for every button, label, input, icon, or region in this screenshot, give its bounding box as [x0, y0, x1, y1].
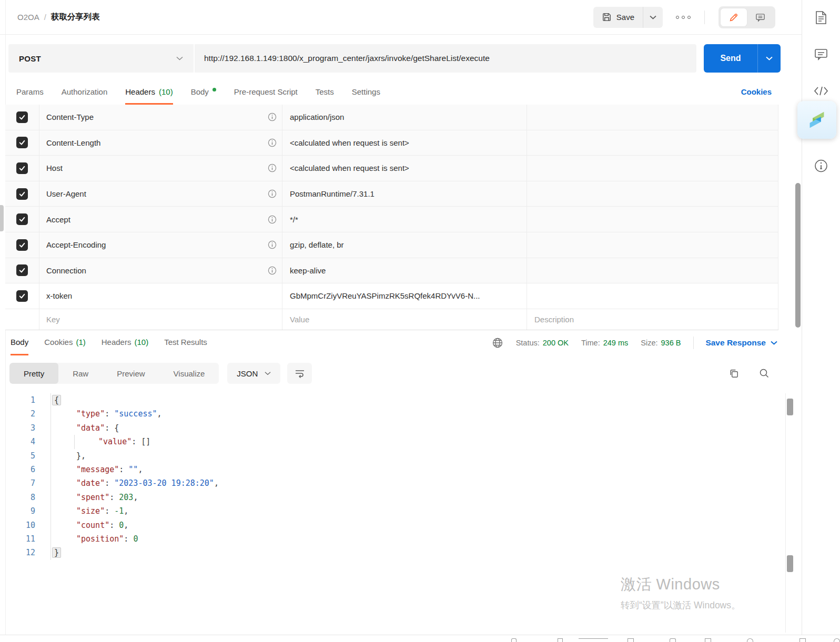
header-description-cell[interactable]	[527, 283, 778, 309]
header-checkbox-cell	[5, 232, 39, 258]
header-value-cell[interactable]: application/json	[282, 105, 527, 130]
header-description-cell[interactable]	[527, 232, 778, 258]
header-value-cell[interactable]: keep-alive	[282, 258, 527, 283]
info-icon	[268, 113, 277, 121]
method-select[interactable]: POST	[8, 44, 194, 73]
response-scrollbar-thumb[interactable]	[787, 399, 793, 415]
bottom-status-bar	[0, 635, 840, 642]
view-tab-pretty[interactable]: Pretty	[9, 363, 58, 384]
size-label: Size:	[641, 339, 657, 347]
header-checkbox[interactable]	[16, 111, 28, 123]
url-input[interactable]: http://192.168.1.149:1800/x_program_cent…	[195, 44, 696, 73]
header-description-cell[interactable]	[527, 105, 778, 130]
header-value-cell[interactable]: gzip, deflate, br	[282, 232, 527, 258]
breadcrumb-workspace[interactable]: O2OA	[17, 13, 39, 22]
header-checkbox[interactable]	[16, 264, 28, 276]
response-tab-cookies[interactable]: Cookies (1)	[44, 330, 86, 355]
header-value-cell[interactable]: <calculated when request is sent>	[282, 130, 527, 156]
save-button[interactable]: Save	[593, 7, 643, 28]
header-description-cell[interactable]	[527, 156, 778, 181]
response-tab-headers[interactable]: Headers (10)	[102, 330, 148, 355]
headers-count-badge: (10)	[159, 87, 173, 96]
send-button[interactable]: Send	[704, 44, 757, 73]
comments-button[interactable]	[814, 48, 828, 60]
header-key-cell[interactable]: User-Agent	[39, 181, 282, 207]
wrap-lines-button[interactable]	[287, 363, 312, 384]
copy-icon	[728, 368, 740, 379]
header-value: application/json	[290, 113, 344, 121]
send-dropdown-button[interactable]	[757, 44, 781, 73]
header-description-cell[interactable]	[527, 207, 778, 232]
headers-scrollbar-thumb[interactable]	[795, 183, 801, 328]
header-value-cell[interactable]: PostmanRuntime/7.31.1	[282, 181, 527, 207]
header-key-cell[interactable]: Content-Type	[39, 105, 282, 130]
time-pair: Time: 249 ms	[581, 339, 628, 347]
description-placeholder[interactable]: Description	[527, 309, 778, 330]
header-key-cell[interactable]: Host	[39, 156, 282, 181]
tab-settings[interactable]: Settings	[352, 80, 380, 105]
header-key-cell[interactable]: x-token	[39, 283, 282, 309]
response-tab-body[interactable]: Body	[11, 330, 28, 355]
header-checkbox[interactable]	[16, 162, 28, 174]
header-key-cell[interactable]: Accept-Encoding	[39, 232, 282, 258]
line-number: 10	[0, 518, 51, 532]
chevron-down-icon	[766, 56, 773, 60]
code-line: 9"size": -1,	[0, 504, 773, 518]
save-response-button[interactable]: Save Response	[705, 338, 777, 348]
header-value: <calculated when request is sent>	[290, 164, 409, 172]
header-value-cell[interactable]: <calculated when request is sent>	[282, 156, 527, 181]
tab-pre-request-script[interactable]: Pre-request Script	[234, 80, 298, 105]
copy-response-button[interactable]	[727, 366, 741, 380]
header-checkbox[interactable]	[16, 290, 28, 302]
send-button-label: Send	[720, 54, 741, 63]
screen-capture-overlay-button[interactable]	[797, 101, 836, 139]
pencil-icon	[729, 13, 738, 22]
cookies-link[interactable]: Cookies	[741, 80, 772, 103]
left-edge-scroll-pill[interactable]	[0, 205, 4, 231]
documentation-button[interactable]	[815, 11, 827, 25]
header-checkbox[interactable]	[16, 137, 28, 148]
code-snippet-button[interactable]	[814, 86, 828, 96]
tab-body[interactable]: Body	[191, 80, 216, 105]
header-description-cell[interactable]	[527, 130, 778, 156]
header-value-cell[interactable]: GbMpmCrZiyVReuYASPimzRK5sRQfek4RDYvV6-N.…	[282, 283, 527, 309]
header-value-cell[interactable]: */*	[282, 207, 527, 232]
header-row: User-Agent PostmanRuntime/7.31.1	[5, 181, 778, 207]
line-number: 3	[0, 421, 51, 435]
response-scrollbar-thumb-2[interactable]	[787, 555, 793, 572]
response-body-code[interactable]: 1{2"type": "success",3"data": {4"value":…	[0, 393, 773, 560]
header-description-cell[interactable]	[527, 181, 778, 207]
header-key-cell[interactable]: Accept	[39, 207, 282, 232]
line-number: 12	[0, 546, 51, 559]
view-tab-preview[interactable]: Preview	[103, 363, 159, 384]
globe-icon[interactable]	[492, 337, 503, 349]
info-button[interactable]	[814, 159, 828, 173]
value-placeholder[interactable]: Value	[282, 309, 527, 330]
header-row: Host <calculated when request is sent>	[5, 156, 778, 181]
view-tab-visualize[interactable]: Visualize	[159, 363, 219, 384]
response-headers-count-badge: (10)	[134, 338, 148, 347]
more-options-button[interactable]	[674, 12, 693, 23]
header-checkbox[interactable]	[16, 188, 28, 200]
tab-headers[interactable]: Headers (10)	[125, 80, 173, 105]
breadcrumb-request-name[interactable]: 获取分享列表	[51, 12, 100, 23]
header-description-cell[interactable]	[527, 258, 778, 283]
header-checkbox[interactable]	[16, 213, 28, 225]
save-dropdown-button[interactable]	[643, 7, 663, 28]
key-placeholder[interactable]: Key	[39, 309, 282, 330]
format-select[interactable]: JSON	[227, 363, 280, 384]
response-tab-test-results[interactable]: Test Results	[164, 330, 207, 355]
tab-params[interactable]: Params	[16, 80, 44, 105]
search-response-button[interactable]	[757, 366, 771, 380]
code-line: 12}	[0, 546, 773, 559]
chevron-down-icon	[265, 371, 271, 375]
comments-mode-button[interactable]	[747, 8, 773, 26]
header-key-cell[interactable]: Connection	[39, 258, 282, 283]
tab-tests[interactable]: Tests	[316, 80, 334, 105]
edit-mode-button[interactable]	[721, 8, 747, 26]
header-checkbox-cell	[5, 258, 39, 283]
tab-authorization[interactable]: Authorization	[62, 80, 108, 105]
view-tab-raw[interactable]: Raw	[58, 363, 103, 384]
header-checkbox[interactable]	[16, 239, 28, 251]
header-key-cell[interactable]: Content-Length	[39, 130, 282, 156]
